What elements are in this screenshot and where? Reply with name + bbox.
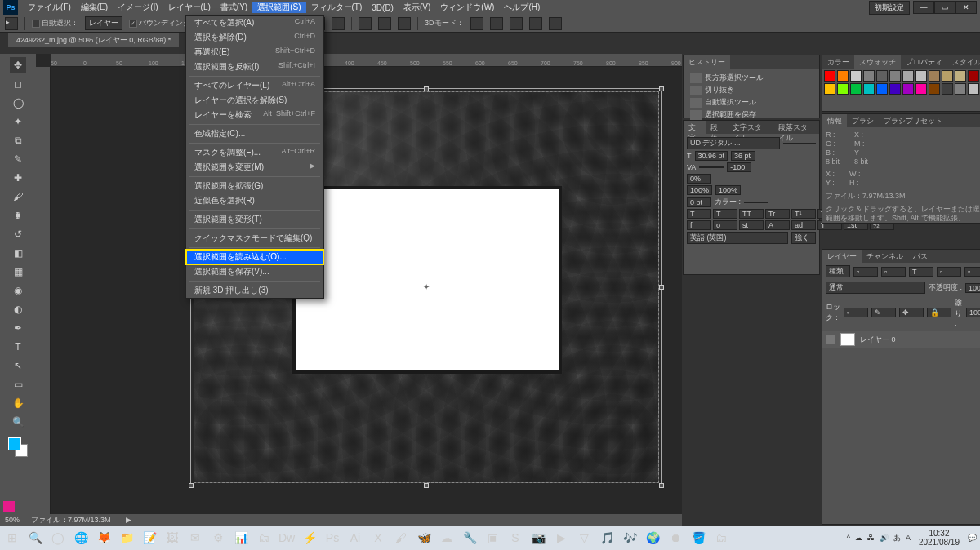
3d-icon[interactable] (510, 17, 523, 30)
menu-window[interactable]: ウィンドウ(W) (435, 2, 499, 13)
eraser-tool[interactable]: ◧ (10, 245, 26, 261)
menu-item[interactable]: 選択範囲を読み込む(O)... (186, 250, 323, 264)
layer-filter-kind[interactable]: 種類 (826, 265, 850, 277)
layers-tab[interactable]: レイヤー (822, 250, 862, 263)
zoom-tool[interactable]: 🔍 (10, 414, 26, 430)
taskbar-app-icon[interactable]: 🎶 (621, 529, 639, 547)
color-tab[interactable]: カラー (822, 55, 854, 69)
menu-view[interactable]: 表示(V) (399, 2, 435, 13)
swatches-tab[interactable]: スウォッチ (854, 55, 901, 69)
menu-item[interactable]: クイックマスクモードで編集(Q) (186, 231, 323, 246)
antialias[interactable]: 強く (791, 232, 816, 244)
menu-edit[interactable]: 編集(E) (76, 2, 113, 13)
font-family[interactable]: UD デジタル ... (687, 137, 780, 149)
swatch[interactable] (915, 83, 927, 95)
taskbar-app-icon[interactable]: 🖼 (163, 529, 181, 547)
text-color[interactable] (744, 202, 768, 203)
menu-filter[interactable]: フィルター(T) (306, 2, 368, 13)
taskbar-app-icon[interactable]: 📝 (140, 529, 158, 547)
taskbar-app-icon[interactable]: 🎵 (598, 529, 616, 547)
auto-select-target[interactable]: レイヤー (85, 16, 122, 30)
taskbar-app-icon[interactable]: ✉ (186, 529, 204, 547)
swatch[interactable] (850, 83, 862, 95)
gradient-tool[interactable]: ▦ (10, 264, 26, 280)
menu-item[interactable]: 色域指定(C)... (186, 126, 323, 141)
taskbar-app-icon[interactable]: 🦊 (95, 529, 113, 547)
menu-item[interactable]: 選択を解除(D)Ctrl+D (186, 30, 323, 45)
fg-color[interactable] (8, 437, 21, 450)
pen-tool[interactable]: ✒ (10, 320, 26, 336)
scale-h2[interactable]: 100% (715, 185, 741, 195)
3d-icon[interactable] (529, 17, 542, 30)
taskbar-app-icon[interactable]: ⚙ (209, 529, 227, 547)
taskbar-app-icon[interactable]: 🗂 (255, 529, 273, 547)
opacity[interactable]: 100% (965, 283, 980, 293)
swatch[interactable] (889, 83, 901, 95)
layer-item[interactable]: レイヤー 0 (822, 331, 980, 348)
swatch[interactable] (968, 70, 979, 82)
styles-tab[interactable]: スタイル (947, 55, 980, 69)
swatch[interactable] (902, 83, 914, 95)
history-brush-tool[interactable]: ↺ (10, 226, 26, 242)
move-tool[interactable]: ✥ (10, 57, 26, 73)
lasso-tool[interactable]: ◯ (10, 95, 26, 111)
3d-icon[interactable] (470, 17, 483, 30)
swatch[interactable] (968, 83, 979, 95)
document-tab[interactable]: 4249282_m.jpg @ 50% (レイヤー 0, RGB/8#) * (8, 33, 179, 47)
distribute-icon[interactable] (378, 17, 391, 30)
scale-v[interactable]: 0% (687, 174, 711, 184)
swatch[interactable] (929, 83, 940, 95)
healing-tool[interactable]: ✚ (10, 170, 26, 186)
tray-net-icon[interactable]: 🖧 (867, 534, 875, 542)
close-button[interactable]: ✕ (956, 1, 977, 14)
history-item[interactable]: 長方形選択ツール (687, 72, 816, 84)
menu-item[interactable]: レイヤーを検索Alt+Shift+Ctrl+F (186, 108, 323, 122)
taskbar-clock[interactable]: 10:32 2021/08/19 (915, 529, 963, 547)
tray-vol-icon[interactable]: 🔊 (880, 534, 889, 542)
history-tab[interactable]: ヒストリー (684, 55, 730, 69)
menu-layer[interactable]: レイヤー(L) (163, 2, 216, 13)
brush-tab[interactable]: ブラシ (847, 114, 879, 127)
tray-ime-icon[interactable]: あ (893, 533, 901, 543)
props-tab[interactable]: プロパティ (901, 55, 947, 69)
kerning[interactable] (699, 166, 724, 168)
fill[interactable]: 100% (966, 308, 980, 317)
menu-item[interactable]: すべてを選択(A)Ctrl+A (186, 16, 323, 30)
blur-tool[interactable]: ◉ (10, 282, 26, 299)
menu-3d[interactable]: 3D(D) (367, 3, 399, 12)
zoom-level[interactable]: 50% (5, 516, 20, 524)
3d-icon[interactable] (490, 17, 503, 30)
distribute-icon[interactable] (398, 17, 411, 30)
swatch[interactable] (876, 83, 888, 95)
history-item[interactable]: 選択範囲を保存 (687, 109, 816, 121)
swatch[interactable] (929, 70, 940, 82)
swatch[interactable] (942, 83, 953, 95)
marquee-tool[interactable]: ◻ (10, 76, 26, 92)
charstyle-tab[interactable]: 文字スタイル (728, 121, 773, 134)
taskbar-app-icon[interactable]: ▶ (552, 529, 570, 547)
menu-item[interactable]: 選択範囲を反転(I)Shift+Ctrl+I (186, 60, 323, 74)
menu-item[interactable]: 再選択(E)Shift+Ctrl+D (186, 45, 323, 60)
visibility-icon[interactable] (826, 335, 835, 344)
maximize-button[interactable]: ▭ (934, 1, 956, 14)
taskbar-app-icon[interactable]: 📁 (118, 529, 136, 547)
swatch[interactable] (863, 70, 875, 82)
canvas[interactable]: ✦ (51, 67, 682, 526)
taskbar-app-icon[interactable]: 🦋 (415, 529, 433, 547)
menu-item[interactable]: 選択範囲を拡張(G) (186, 179, 323, 193)
brush-tool[interactable]: 🖌 (10, 189, 26, 205)
hand-tool[interactable]: ✋ (10, 395, 26, 411)
taskbar-app-icon[interactable]: Ai (346, 529, 364, 547)
tray-cloud-icon[interactable]: ☁ (855, 534, 862, 542)
taskbar-app-icon[interactable]: X (369, 529, 387, 547)
swatch[interactable] (955, 83, 966, 95)
font-size[interactable]: 30.96 pt (695, 151, 728, 161)
swatch[interactable] (824, 83, 835, 95)
leading[interactable]: 36 pt (731, 151, 755, 161)
eyedropper-tool[interactable]: ✎ (10, 151, 26, 167)
swatch[interactable] (824, 70, 835, 82)
swatch[interactable] (850, 70, 862, 82)
history-item[interactable]: 切り抜き (687, 84, 816, 96)
menu-help[interactable]: ヘルプ(H) (499, 2, 545, 13)
menu-item[interactable]: 近似色を選択(R) (186, 193, 323, 208)
